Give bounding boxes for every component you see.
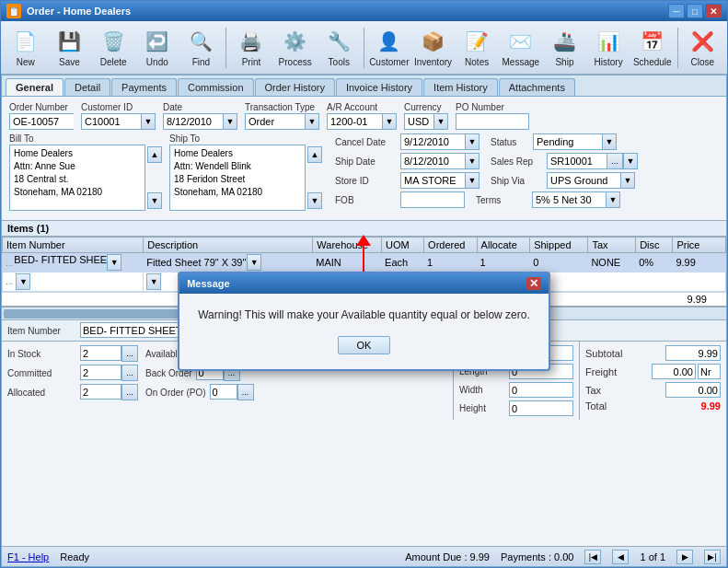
notes-button[interactable]: 📝 Notes [456, 25, 498, 71]
find-button[interactable]: 🔍 Find [180, 25, 223, 71]
dialog-close-button[interactable]: ✕ [526, 277, 541, 290]
toolbar-separator-1 [225, 28, 226, 68]
delete-button[interactable]: 🗑️ Delete [92, 25, 134, 71]
find-icon: 🔍 [187, 28, 214, 55]
dialog-title-text: Message [187, 278, 229, 289]
toolbar-separator-2 [364, 28, 364, 68]
dialog-title-bar: Message ✕ [179, 273, 549, 294]
save-icon: 💾 [55, 28, 83, 55]
inventory-icon: 📦 [419, 28, 446, 55]
history-button[interactable]: 📊 History [587, 25, 630, 71]
inventory-button[interactable]: 📦 Inventory [412, 25, 455, 71]
new-button[interactable]: 📄 New [5, 25, 47, 71]
title-bar: 📋 Order - Home Dealers ─ □ ✕ [1, 1, 727, 21]
undo-icon: ↩️ [144, 28, 171, 55]
new-icon: 📄 [12, 28, 40, 55]
dialog-message-text: Warning! This will make your Available q… [198, 308, 530, 321]
close-icon: ❌ [688, 28, 716, 55]
undo-button[interactable]: ↩️ Undo [136, 25, 179, 71]
window-title: Order - Home Dealers [27, 6, 668, 17]
message-dialog: Message ✕ Warning! This will make your A… [178, 272, 550, 371]
maximize-button[interactable]: □ [687, 4, 703, 18]
notes-icon: 📝 [463, 28, 491, 55]
ship-icon: 🚢 [550, 28, 578, 55]
process-icon: ⚙️ [282, 28, 309, 55]
message-icon: ✉️ [507, 28, 535, 55]
arrow-indicator [356, 235, 371, 272]
minimize-button[interactable]: ─ [668, 4, 685, 18]
tools-icon: 🔧 [325, 28, 352, 55]
schedule-icon: 📅 [639, 28, 666, 55]
message-button[interactable]: ✉️ Message [500, 25, 542, 71]
history-icon: 📊 [595, 28, 622, 55]
save-button[interactable]: 💾 Save [49, 25, 91, 71]
dialog-overlay: Message ✕ Warning! This will make your A… [2, 75, 726, 566]
delete-icon: 🗑️ [99, 28, 127, 55]
toolbar: 📄 New 💾 Save 🗑️ Delete ↩️ Undo 🔍 Find 🖨️… [1, 21, 727, 75]
window-controls: ─ □ ✕ [668, 4, 722, 18]
print-button[interactable]: 🖨️ Print [230, 25, 272, 71]
tools-button[interactable]: 🔧 Tools [318, 25, 360, 71]
app-icon: 📋 [6, 4, 21, 18]
close-button[interactable]: ❌ Close [681, 25, 723, 71]
print-icon: 🖨️ [237, 28, 265, 55]
toolbar-separator-3 [677, 28, 678, 68]
process-button[interactable]: ⚙️ Process [274, 25, 317, 71]
close-window-button[interactable]: ✕ [705, 4, 722, 18]
customer-button[interactable]: 👤 Customer [368, 25, 410, 71]
customer-icon: 👤 [376, 28, 403, 55]
dialog-ok-button[interactable]: OK [338, 336, 391, 354]
schedule-button[interactable]: 📅 Schedule [631, 25, 674, 71]
ship-button[interactable]: 🚢 Ship [544, 25, 586, 71]
dialog-body: Warning! This will make your Available q… [179, 294, 549, 369]
